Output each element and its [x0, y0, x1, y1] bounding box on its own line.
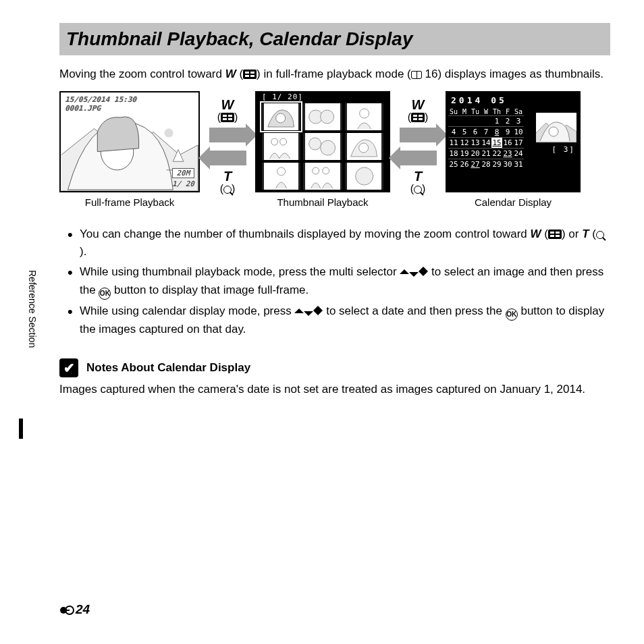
zoom-arrows-2: W () T (): [394, 91, 441, 195]
fullframe-counter: 1/ 20: [172, 180, 194, 188]
svg-point-1: [276, 113, 286, 123]
calendar-count: [ 3]: [552, 145, 576, 154]
notes-heading: Notes About Calendar Display: [86, 361, 250, 375]
ok-button-icon: OK: [99, 288, 111, 300]
fullframe-screen: 15/05/2014 15:30 0001.JPG 20M 1/ 20: [59, 91, 200, 192]
thumbnails-icon: [548, 230, 562, 239]
thumbnail-caption: Thumbnail Playback: [277, 196, 368, 208]
calendar-caption: Calendar Display: [475, 196, 552, 208]
calendar-preview-thumb: [536, 113, 576, 142]
notes-body: Images captured when the camera's date i…: [59, 381, 610, 398]
fullframe-panel: 15/05/2014 15:30 0001.JPG 20M 1/ 20 Full…: [59, 91, 200, 208]
svg-point-6: [280, 138, 287, 145]
bullet-1: You can change the number of thumbnails …: [80, 225, 610, 261]
svg-point-7: [309, 138, 321, 150]
zoom-arrows-1: W () T (): [204, 91, 251, 195]
svg-point-13: [355, 167, 373, 185]
intro-text: Moving the zoom control toward W () in f…: [59, 66, 610, 83]
svg-point-5: [271, 138, 278, 145]
bullet-list: You can change the number of thumbnails …: [59, 225, 610, 338]
dpad-icon: [294, 304, 323, 317]
fullframe-date: 15/05/2014 15:30: [65, 95, 136, 104]
magnify-icon: [223, 186, 232, 194]
svg-point-8: [321, 140, 336, 155]
thumbnails-icon: [221, 113, 234, 122]
calendar-title: 2014 05: [448, 94, 578, 108]
bullet-3: While using calendar display mode, press…: [80, 302, 610, 338]
arrow-right-icon: [209, 128, 246, 142]
svg-point-14: [549, 127, 558, 136]
section-title-bar: Thumbnail Playback, Calendar Display: [59, 23, 610, 55]
svg-point-4: [359, 109, 369, 118]
svg-point-12: [323, 167, 329, 174]
section-side-label: Reference Section: [27, 270, 38, 348]
magnify-icon: [596, 231, 604, 239]
thumbnail-panel: [ 1/ 20] Thumbnail Playback: [255, 91, 390, 208]
calendar-panel: 2014 05 SuMTuWThFSa123456789101112131415…: [446, 91, 581, 208]
thumbnails-icon: [243, 70, 257, 79]
section-title: Thumbnail Playback, Calendar Display: [66, 28, 603, 50]
arrow-left-icon: [400, 151, 437, 165]
manual-ref-icon: [411, 71, 422, 79]
fullframe-size: 20M: [172, 168, 194, 178]
ok-button-icon: OK: [506, 308, 518, 321]
thumbnails-icon: [411, 113, 425, 122]
check-badge-icon: ✔: [59, 358, 78, 377]
fullframe-caption: Full-frame Playback: [85, 196, 175, 208]
page-number: 24: [59, 602, 90, 617]
svg-point-11: [313, 167, 319, 174]
w-label: W: [225, 68, 236, 80]
bullet-2: While using thumbnail playback mode, pre…: [80, 263, 610, 299]
svg-point-9: [358, 143, 368, 153]
svg-point-3: [321, 110, 334, 124]
calendar-screen: 2014 05 SuMTuWThFSa123456789101112131415…: [446, 91, 581, 192]
mode-diagram: 15/05/2014 15:30 0001.JPG 20M 1/ 20 Full…: [59, 91, 610, 208]
magnify-icon: [414, 186, 422, 194]
side-marker: [19, 419, 23, 439]
dpad-icon: [400, 265, 428, 278]
fullframe-filename: 0001.JPG: [65, 104, 136, 113]
svg-point-10: [277, 167, 286, 176]
thumbnail-screen: [ 1/ 20]: [255, 91, 390, 192]
notes-section: ✔ Notes About Calendar Display Images ca…: [59, 358, 610, 398]
arrow-right-icon: [400, 128, 437, 142]
thumbnail-counter: [ 1/ 20]: [262, 92, 303, 101]
arrow-left-icon: [209, 151, 246, 165]
